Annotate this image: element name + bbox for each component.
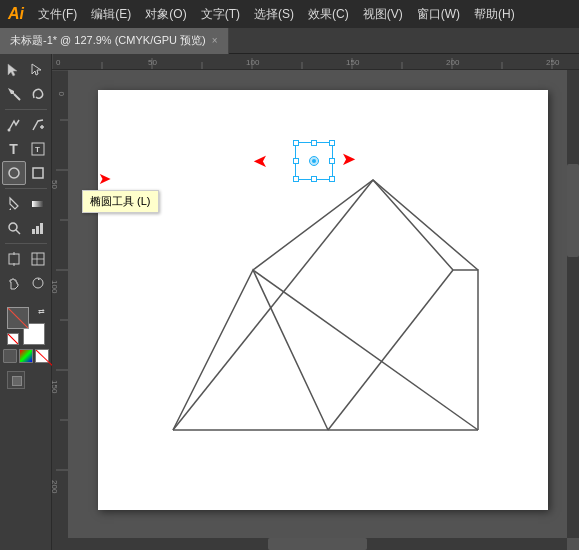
svg-text:0: 0 bbox=[57, 91, 66, 96]
tool-row-hand bbox=[0, 271, 51, 295]
svg-marker-0 bbox=[8, 64, 17, 76]
none-color-button[interactable] bbox=[7, 333, 19, 345]
canvas-content: ➤ ➤ 椭圆工具 (L) ➤ bbox=[68, 70, 579, 550]
artboard[interactable]: ➤ ➤ bbox=[98, 90, 548, 510]
artboard-tool-button[interactable] bbox=[2, 247, 26, 271]
lasso-tool-button[interactable] bbox=[26, 82, 50, 106]
rectangle-tool-button[interactable] bbox=[26, 161, 50, 185]
tab-label: 未标题-1* @ 127.9% (CMYK/GPU 预览) bbox=[10, 33, 206, 48]
scrollbar-vertical[interactable] bbox=[567, 70, 579, 538]
menu-select[interactable]: 选择(S) bbox=[248, 4, 300, 25]
red-arrow-right-indicator: ➤ bbox=[341, 148, 356, 170]
add-anchor-tool-button[interactable] bbox=[26, 113, 50, 137]
svg-point-4 bbox=[7, 129, 10, 132]
svg-text:T: T bbox=[35, 145, 40, 154]
svg-point-9 bbox=[9, 168, 19, 178]
separator-1 bbox=[5, 109, 47, 110]
svg-text:200: 200 bbox=[52, 480, 59, 494]
svg-rect-42 bbox=[52, 70, 68, 550]
svg-line-59 bbox=[253, 270, 478, 430]
tool-row-selection bbox=[0, 58, 51, 82]
svg-text:250: 250 bbox=[546, 58, 560, 67]
svg-text:100: 100 bbox=[52, 280, 59, 294]
scrollbar-horizontal[interactable] bbox=[68, 538, 567, 550]
tool-row-shape bbox=[0, 161, 51, 185]
svg-text:100: 100 bbox=[246, 58, 260, 67]
menu-view[interactable]: 视图(V) bbox=[357, 4, 409, 25]
color-swatches: ⇄ bbox=[0, 303, 52, 367]
svg-rect-11 bbox=[32, 201, 44, 207]
svg-rect-15 bbox=[36, 226, 39, 234]
menu-effect[interactable]: 效果(C) bbox=[302, 4, 355, 25]
svg-text:0: 0 bbox=[56, 58, 61, 67]
svg-marker-1 bbox=[32, 64, 41, 75]
document-tab[interactable]: 未标题-1* @ 127.9% (CMYK/GPU 预览) × bbox=[0, 28, 229, 54]
svg-text:150: 150 bbox=[52, 380, 59, 394]
svg-text:50: 50 bbox=[148, 58, 157, 67]
separator-3 bbox=[5, 243, 47, 244]
canvas-area: 0 50 100 150 200 250 bbox=[52, 54, 579, 550]
svg-rect-14 bbox=[32, 229, 35, 234]
hand-tool-button[interactable] bbox=[2, 271, 26, 295]
direct-selection-tool-button[interactable] bbox=[26, 58, 50, 82]
separator-2 bbox=[5, 188, 47, 189]
svg-line-13 bbox=[16, 230, 20, 234]
svg-line-60 bbox=[328, 270, 453, 430]
svg-rect-10 bbox=[33, 168, 43, 178]
menu-edit[interactable]: 编辑(E) bbox=[85, 4, 137, 25]
swap-colors-button[interactable]: ⇄ bbox=[38, 307, 45, 316]
tool-row-artboard bbox=[0, 247, 51, 271]
svg-marker-3 bbox=[8, 88, 14, 94]
tab-close-button[interactable]: × bbox=[212, 35, 218, 46]
gradient-tool-button[interactable] bbox=[26, 192, 50, 216]
draw-mode-normal[interactable] bbox=[7, 371, 25, 389]
menu-bar: 文件(F) 编辑(E) 对象(O) 文字(T) 选择(S) 效果(C) 视图(V… bbox=[32, 4, 521, 25]
menu-window[interactable]: 窗口(W) bbox=[411, 4, 466, 25]
zoom-tool-button[interactable] bbox=[2, 216, 26, 240]
toolbar: T T bbox=[0, 54, 52, 550]
gradient-mode-button[interactable] bbox=[19, 349, 33, 363]
slice-tool-button[interactable] bbox=[26, 247, 50, 271]
svg-rect-17 bbox=[9, 254, 19, 264]
fill-color-swatch[interactable] bbox=[7, 307, 29, 329]
svg-rect-24 bbox=[52, 54, 579, 70]
menu-file[interactable]: 文件(F) bbox=[32, 4, 83, 25]
menu-object[interactable]: 对象(O) bbox=[139, 4, 192, 25]
ellipse-tool-tooltip: 椭圆工具 (L) bbox=[82, 190, 159, 213]
menu-help[interactable]: 帮助(H) bbox=[468, 4, 521, 25]
toolbar-red-arrow: ➤ bbox=[98, 169, 111, 188]
tool-row-2 bbox=[0, 82, 51, 106]
svg-rect-16 bbox=[40, 223, 43, 234]
graph-tool-button[interactable] bbox=[26, 216, 50, 240]
drawing-svg bbox=[98, 90, 548, 510]
selection-tool-button[interactable] bbox=[2, 58, 26, 82]
magic-wand-tool-button[interactable] bbox=[2, 82, 26, 106]
color-mode-button[interactable] bbox=[3, 349, 17, 363]
tool-row-pen bbox=[0, 113, 51, 137]
main-layout: T T bbox=[0, 54, 579, 550]
paintbucket-tool-button[interactable] bbox=[2, 192, 26, 216]
svg-text:200: 200 bbox=[446, 58, 460, 67]
pen-tool-button[interactable] bbox=[2, 113, 26, 137]
rotate-view-tool-button[interactable] bbox=[26, 271, 50, 295]
svg-line-2 bbox=[14, 94, 20, 100]
ellipse-tool-button[interactable] bbox=[2, 161, 26, 185]
tool-row-search bbox=[0, 216, 51, 240]
app-logo: Ai bbox=[8, 5, 24, 23]
tool-row-paintbucket bbox=[0, 192, 51, 216]
tab-bar: 未标题-1* @ 127.9% (CMYK/GPU 预览) × bbox=[0, 28, 579, 54]
menu-type[interactable]: 文字(T) bbox=[195, 4, 246, 25]
red-arrow-indicator: ➤ bbox=[253, 150, 268, 172]
svg-text:150: 150 bbox=[346, 58, 360, 67]
ruler-vertical: 0 50 100 150 200 bbox=[52, 70, 68, 550]
type-area-tool-button[interactable]: T bbox=[26, 137, 50, 161]
svg-text:50: 50 bbox=[52, 180, 59, 189]
tool-row-type: T T bbox=[0, 137, 51, 161]
svg-line-58 bbox=[173, 180, 373, 430]
none-mode-button[interactable] bbox=[35, 349, 49, 363]
svg-point-12 bbox=[9, 223, 17, 231]
title-bar: Ai 文件(F) 编辑(E) 对象(O) 文字(T) 选择(S) 效果(C) 视… bbox=[0, 0, 579, 28]
type-tool-button[interactable]: T bbox=[2, 137, 26, 161]
ruler-horizontal: 0 50 100 150 200 250 bbox=[52, 54, 579, 70]
